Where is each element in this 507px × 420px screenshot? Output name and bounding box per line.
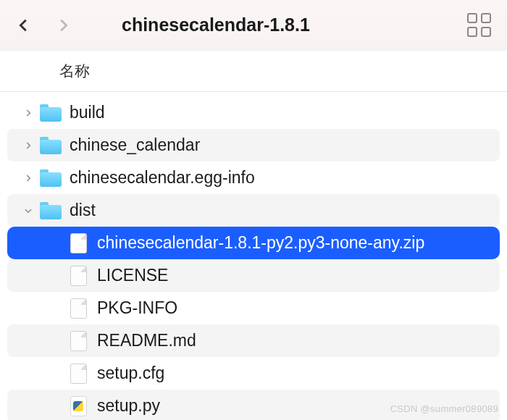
toolbar: chinesecalendar-1.8.1 — [0, 0, 507, 51]
file-row[interactable]: chinesecalendar.egg-info — [7, 161, 500, 194]
file-name-label: LICENSE — [97, 266, 168, 285]
column-header[interactable]: 名称 — [0, 51, 507, 92]
file-icon — [67, 331, 90, 351]
file-row[interactable]: chinesecalendar-1.8.1-py2.py3-none-any.z… — [7, 227, 500, 259]
file-icon — [67, 298, 90, 319]
file-row[interactable]: README.md — [7, 324, 500, 357]
file-name-label: build — [70, 103, 105, 122]
chevron-right-icon[interactable] — [23, 108, 33, 118]
file-icon — [67, 364, 90, 384]
column-name-label: 名称 — [59, 61, 90, 81]
file-icon — [67, 233, 90, 253]
file-name-label: PKG-INFO — [97, 298, 177, 318]
file-name-label: chinesecalendar-1.8.1-py2.py3-none-any.z… — [97, 233, 424, 253]
file-row[interactable]: PKG-INFO — [7, 292, 500, 324]
file-row[interactable]: chinese_calendar — [7, 129, 500, 161]
forward-icon[interactable] — [55, 17, 71, 33]
folder-icon — [39, 135, 62, 156]
folder-icon — [39, 201, 62, 221]
path-title: chinesecalendar-1.8.1 — [122, 14, 310, 35]
file-name-label: setup.py — [97, 396, 160, 416]
folder-icon — [39, 103, 62, 123]
view-grid-icon[interactable] — [467, 13, 491, 37]
file-name-label: dist — [70, 201, 96, 220]
file-icon — [67, 266, 90, 286]
file-row[interactable]: LICENSE — [7, 259, 500, 292]
python-file-icon — [67, 396, 90, 416]
chevron-right-icon[interactable] — [23, 140, 33, 151]
file-list: buildchinese_calendarchinesecalendar.egg… — [0, 92, 507, 420]
back-icon[interactable] — [16, 17, 32, 33]
chevron-down-icon[interactable] — [23, 206, 33, 216]
file-name-label: chinese_calendar — [70, 135, 200, 155]
file-name-label: chinesecalendar.egg-info — [70, 168, 255, 188]
chevron-right-icon[interactable] — [23, 173, 33, 183]
file-name-label: setup.cfg — [97, 364, 164, 383]
watermark: CSDN @summer089089 — [390, 403, 498, 414]
file-row[interactable]: build — [7, 96, 500, 129]
file-row[interactable]: setup.cfg — [7, 357, 500, 390]
folder-icon — [39, 168, 62, 188]
file-name-label: README.md — [97, 331, 196, 350]
nav-buttons — [16, 17, 71, 33]
file-row[interactable]: dist — [7, 194, 500, 227]
